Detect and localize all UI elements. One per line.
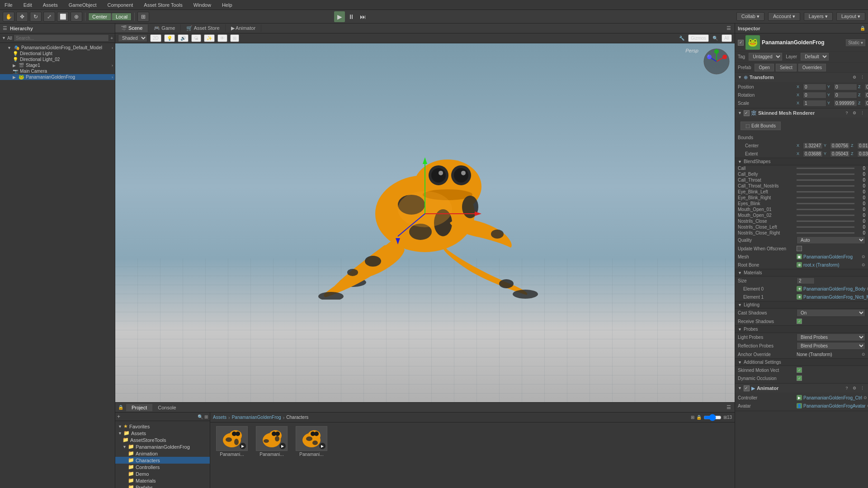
extent-z[interactable] — [857, 150, 868, 157]
prefab-select-button[interactable]: Select — [776, 64, 797, 71]
blendshape-slider[interactable] — [797, 168, 854, 169]
tree-animation[interactable]: 📁 Animation — [115, 450, 210, 457]
menu-component[interactable]: Component — [104, 1, 136, 9]
move-tool[interactable]: ✥ — [16, 12, 28, 22]
controller-ref-name[interactable]: PanamanianGoldenFrog_Ctrl — [803, 395, 862, 400]
anchor-override-ref[interactable]: None (Transform) — [797, 352, 860, 357]
asset-item-2[interactable]: ▶ Panamani... — [293, 426, 330, 484]
asset-item-1[interactable]: ▶ Panamani... — [254, 426, 290, 484]
blendshape-slider[interactable] — [797, 174, 854, 175]
static-badge[interactable]: Static ▾ — [846, 39, 865, 46]
blendshapes-header[interactable]: ▼ BlendShapes — [735, 158, 868, 165]
scale-z[interactable] — [864, 100, 868, 107]
hierarchy-search-input[interactable] — [14, 34, 109, 42]
add-icon[interactable]: + — [117, 413, 120, 420]
blendshape-slider[interactable] — [797, 197, 854, 198]
skybox-button[interactable]: 🌤 — [191, 34, 201, 42]
blendshape-slider[interactable] — [797, 215, 854, 216]
fx-button[interactable]: ✨ — [204, 34, 215, 42]
mesh-ref-name[interactable]: PanamanianGoldenFrog — [803, 254, 860, 259]
mesh-picker-icon[interactable]: ⊙ — [862, 254, 865, 259]
center-x[interactable] — [803, 142, 823, 149]
extent-y[interactable] — [830, 150, 850, 157]
tree-characters[interactable]: 📁 Characters — [115, 457, 210, 464]
grid-toggle[interactable]: ⊞ — [137, 12, 149, 22]
receive-shadows-checkbox[interactable]: ✓ — [797, 319, 802, 324]
menu-window[interactable]: Window — [191, 1, 214, 9]
mat0-name[interactable]: PanamanianGoldenFrog_Body — [803, 286, 865, 291]
blendshape-slider[interactable] — [797, 179, 854, 181]
scale-x[interactable] — [803, 100, 826, 107]
tree-prefabs[interactable]: 📁 Prefabs — [115, 484, 210, 488]
skinned-mesh-header[interactable]: ▼ ✓ 🕸 Skinned Mesh Renderer ? ⚙ ⋮ — [735, 108, 868, 117]
materials-header[interactable]: ▼ Materials — [735, 269, 868, 277]
local-button[interactable]: Local — [112, 13, 131, 20]
tree-controllers[interactable]: 📁 Controllers — [115, 464, 210, 470]
transform-header[interactable]: ▼ ⊕ Transform ⚙ ⋮ — [735, 73, 868, 82]
prefab-open-button[interactable]: Open — [755, 64, 774, 71]
play-icon[interactable]: ▶ — [319, 443, 326, 449]
rotate-tool[interactable]: ↻ — [30, 12, 42, 22]
grid-button[interactable]: ⊞ — [230, 34, 239, 42]
avatar-ref-name[interactable]: PanamanianGoldenFrogAvatar — [803, 404, 866, 408]
breadcrumb-panam[interactable]: PanamanianGoldenFrog — [232, 415, 281, 420]
quality-select[interactable]: Auto — [797, 236, 865, 244]
blendshape-slider[interactable] — [797, 191, 854, 192]
tree-favorites[interactable]: ▼ ★ Favorites — [115, 423, 210, 430]
blendshape-slider[interactable] — [797, 185, 854, 187]
prefab-overrides-button[interactable]: Overrides — [798, 64, 826, 71]
hierarchy-add-icon[interactable]: + — [110, 36, 113, 41]
transform-tool[interactable]: ⊕ — [71, 12, 82, 22]
tree-assetstoretools[interactable]: 📁 AssetStoreTools — [115, 436, 210, 443]
inspector-lock-icon[interactable]: 🔒 — [860, 26, 865, 31]
position-y[interactable] — [834, 84, 857, 90]
light-probes-select[interactable]: Blend Probes — [797, 333, 865, 341]
animator-menu-icon[interactable]: ⋮ — [859, 385, 865, 391]
tree-assets[interactable]: ▼ 📁 Assets — [115, 430, 210, 436]
animator-settings-icon[interactable]: ⚙ — [851, 385, 858, 391]
asset-item-0[interactable]: ▶ Panamani... — [214, 426, 250, 484]
skinned-enabled-checkbox[interactable]: ✓ — [744, 110, 750, 116]
tab-scene[interactable]: 🎬 Scene — [115, 24, 148, 32]
materials-size-input[interactable] — [797, 277, 815, 284]
tree-panamanian[interactable]: ▼ 📁 PanamanianGoldenFrog — [115, 443, 210, 450]
hidden-objects-button[interactable]: 👁 — [217, 34, 227, 42]
blendshape-slider[interactable] — [797, 232, 854, 234]
position-z[interactable] — [864, 84, 868, 90]
object-name[interactable]: PanamanianGoldenFrog — [762, 39, 844, 46]
animator-enabled-checkbox[interactable]: ✓ — [744, 385, 750, 391]
rect-tool[interactable]: ⬜ — [57, 12, 69, 22]
transform-settings-icon[interactable]: ⚙ — [851, 74, 858, 80]
collab-button[interactable]: Collab ▾ — [736, 12, 764, 21]
gizmos-button[interactable]: Gizmos — [688, 34, 709, 42]
update-offscreen-checkbox[interactable] — [797, 246, 802, 251]
cast-shadows-select[interactable]: On — [797, 309, 865, 317]
search-icon[interactable]: 🔍 — [198, 414, 203, 419]
rotation-y[interactable] — [834, 92, 857, 99]
root-bone-ref-name[interactable]: root.x (Transform) — [803, 263, 860, 267]
blendshape-slider[interactable] — [797, 203, 854, 204]
tab-project[interactable]: Project — [126, 404, 152, 411]
sound-button[interactable]: 🔊 — [178, 34, 189, 42]
2d-button[interactable]: 2D — [150, 34, 161, 42]
menu-assetstoretools[interactable]: Asset Store Tools — [141, 1, 185, 9]
hand-tool[interactable]: ✋ — [3, 12, 14, 22]
breadcrumb-assets[interactable]: Assets — [213, 415, 226, 420]
root-bone-picker-icon[interactable]: ⊙ — [862, 263, 865, 267]
bottom-menu-icon[interactable]: ☰ — [726, 404, 735, 410]
center-z[interactable] — [857, 142, 868, 149]
view-tabs-menu[interactable]: ☰ — [726, 25, 735, 31]
hierarchy-item-dirlight[interactable]: 💡 Directional Light — [0, 51, 115, 56]
transform-menu-icon[interactable]: ⋮ — [859, 74, 865, 80]
scene-view[interactable]: Y X Z Persp — [115, 43, 735, 402]
reflection-probes-select[interactable]: Blend Probes — [797, 342, 865, 350]
mesh-menu-icon[interactable]: ⋮ — [859, 110, 865, 116]
position-x[interactable] — [803, 84, 826, 90]
layout-button[interactable]: Layout ▾ — [836, 12, 865, 21]
tree-materials[interactable]: 📁 Materials — [115, 477, 210, 484]
hierarchy-menu-icon[interactable]: ☰ — [3, 25, 7, 31]
layers-button[interactable]: Layers ▾ — [804, 12, 833, 21]
additional-settings-header[interactable]: ▼ Additional Settings — [735, 358, 868, 366]
rotation-z[interactable] — [864, 92, 868, 99]
tab-game[interactable]: 🎮 Game — [148, 24, 181, 32]
